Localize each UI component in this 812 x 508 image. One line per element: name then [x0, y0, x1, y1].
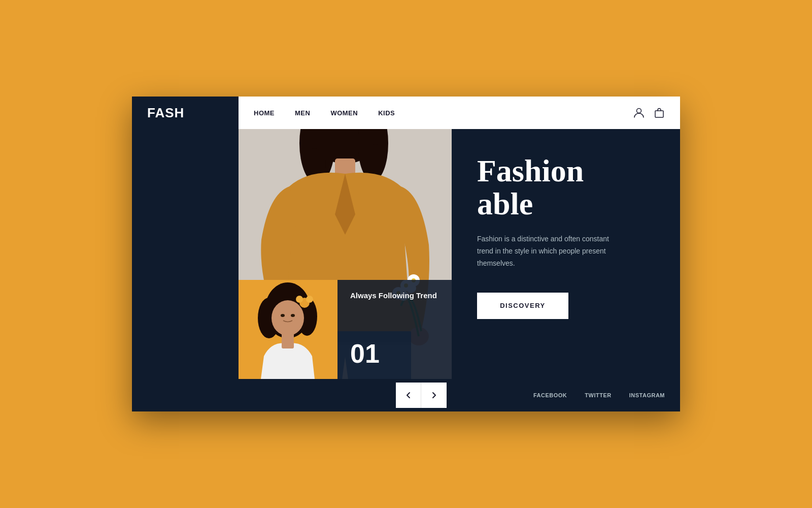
nav-links: HOME MEN WOMEN KIDS [254, 109, 395, 117]
nav-men[interactable]: MEN [295, 109, 310, 117]
svg-point-27 [272, 300, 304, 336]
nav-home[interactable]: HOME [254, 109, 275, 117]
browser-window: FASH HOME MEN WOMEN KIDS [132, 97, 680, 411]
logo-area: FASH [132, 97, 239, 129]
facebook-link[interactable]: FACEBOOK [533, 392, 567, 398]
main-content: Always Following Trend 01 Fashion able F… [132, 129, 680, 379]
trend-label: Always Following Trend [350, 290, 439, 301]
bottom-bar-left [132, 379, 239, 411]
user-icon[interactable] [633, 107, 645, 118]
prev-arrow-icon [404, 391, 413, 399]
bottom-strip: Always Following Trend 01 [239, 280, 452, 379]
thumbnail-image [239, 280, 337, 379]
right-panel: Fashion able Fashion is a distinctive an… [452, 129, 680, 379]
svg-point-25 [296, 296, 303, 303]
nav-arrows [396, 383, 447, 408]
center-image-area: Always Following Trend 01 [239, 129, 452, 379]
hero-title-line2: able [477, 186, 533, 221]
bottom-bar-center [239, 379, 452, 411]
bottom-bar-right: FACEBOOK TWITTER INSTAGRAM [452, 379, 680, 411]
hero-title-line1: Fashion [477, 153, 584, 188]
nav-kids[interactable]: KIDS [378, 109, 395, 117]
instagram-link[interactable]: INSTAGRAM [629, 392, 665, 398]
nav-links-area: HOME MEN WOMEN KIDS [239, 97, 680, 129]
svg-point-7 [365, 144, 386, 173]
hero-title: Fashion able [477, 154, 655, 220]
thumbnail-box [239, 280, 337, 379]
prev-arrow-button[interactable] [396, 383, 421, 408]
slide-number: 01 [350, 338, 439, 369]
info-overlay: Always Following Trend 01 [337, 280, 452, 379]
svg-point-30 [291, 314, 295, 317]
nav-icons [633, 107, 665, 118]
discovery-label: DISCOVERY [500, 302, 546, 309]
svg-point-29 [281, 314, 285, 317]
logo: FASH [147, 105, 184, 121]
nav-bar: FASH HOME MEN WOMEN KIDS [132, 97, 680, 129]
next-arrow-icon [430, 391, 438, 399]
bottom-bar: FACEBOOK TWITTER INSTAGRAM [132, 379, 680, 411]
left-sidebar [132, 129, 239, 379]
svg-point-0 [637, 109, 641, 113]
twitter-link[interactable]: TWITTER [585, 392, 611, 398]
hero-description: Fashion is a distinctive and often const… [477, 233, 619, 269]
svg-point-26 [306, 296, 313, 303]
bag-icon[interactable] [654, 107, 665, 118]
svg-rect-28 [282, 333, 294, 348]
discovery-button[interactable]: DISCOVERY [477, 293, 568, 319]
nav-women[interactable]: WOMEN [330, 109, 358, 117]
svg-rect-1 [655, 111, 663, 117]
next-arrow-button[interactable] [421, 383, 447, 408]
